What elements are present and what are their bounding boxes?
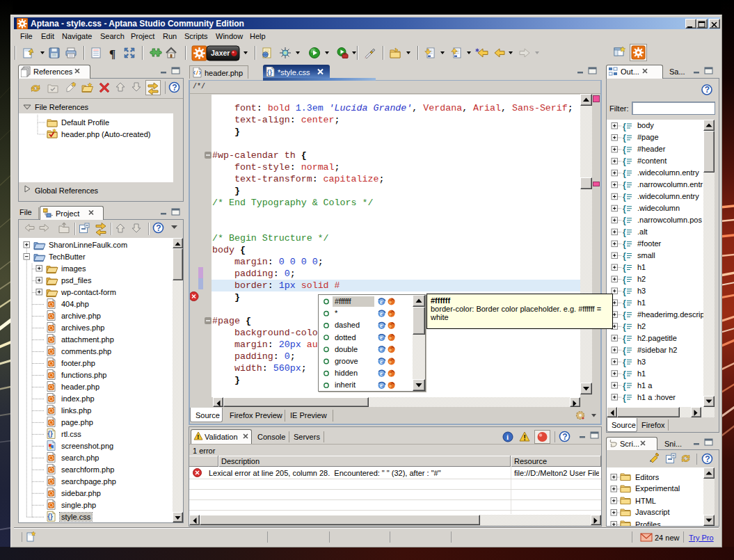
svg-text:e: e (380, 370, 383, 377)
svg-text:?: ? (172, 83, 177, 93)
svg-text:Validation: Validation (205, 433, 238, 441)
svg-text:{: { (623, 133, 626, 143)
svg-text:!: ! (197, 433, 199, 440)
svg-text:{: { (623, 369, 626, 379)
svg-text:{: { (623, 180, 626, 190)
svg-text:e: e (380, 334, 383, 341)
svg-text:?: ? (156, 223, 161, 233)
svg-text:{: { (623, 192, 626, 202)
svg-text:e: e (380, 298, 383, 305)
svg-text:{: { (623, 263, 626, 273)
svg-text:{: { (623, 381, 626, 391)
svg-text:*style.css: *style.css (278, 68, 310, 77)
svg-text:¶: ¶ (109, 47, 115, 61)
svg-text:{: { (623, 334, 626, 344)
svg-text:e: e (380, 346, 383, 353)
svg-text:{: { (623, 358, 626, 367)
svg-text:{: { (623, 216, 626, 225)
svg-text:{: { (623, 275, 626, 285)
svg-text:e: e (380, 358, 383, 365)
svg-text:{: { (623, 251, 626, 261)
svg-text:References: References (33, 67, 73, 76)
svg-text:{: { (623, 322, 626, 332)
svg-text:e: e (380, 382, 383, 389)
svg-text:{: { (623, 227, 626, 237)
svg-text:?: ? (562, 432, 567, 442)
svg-text:i: i (506, 433, 509, 441)
svg-text:{: { (623, 298, 626, 308)
svg-text:Project: Project (56, 209, 79, 218)
svg-text:{: { (623, 168, 626, 178)
svg-text:?: ? (705, 85, 710, 95)
svg-text:{: { (623, 239, 626, 249)
svg-text:{: { (623, 204, 626, 214)
svg-text:{: { (623, 346, 626, 355)
svg-text:{: { (623, 157, 626, 166)
svg-text:{: { (623, 393, 626, 403)
svg-text:Out...: Out... (621, 67, 639, 76)
svg-text:e: e (380, 322, 383, 329)
svg-text:{: { (623, 310, 626, 320)
svg-text:header.php: header.php (205, 69, 243, 77)
svg-text:{: { (623, 287, 626, 296)
svg-text:Scri...: Scri... (620, 440, 639, 448)
svg-text:!: ! (524, 434, 526, 442)
svg-text:?: ? (705, 454, 710, 464)
svg-text:Jaxer: Jaxer (211, 49, 230, 57)
svg-text:{: { (623, 122, 626, 131)
svg-text:e: e (380, 310, 383, 317)
svg-text:{}: {} (267, 68, 273, 76)
svg-text:{: { (623, 145, 626, 154)
